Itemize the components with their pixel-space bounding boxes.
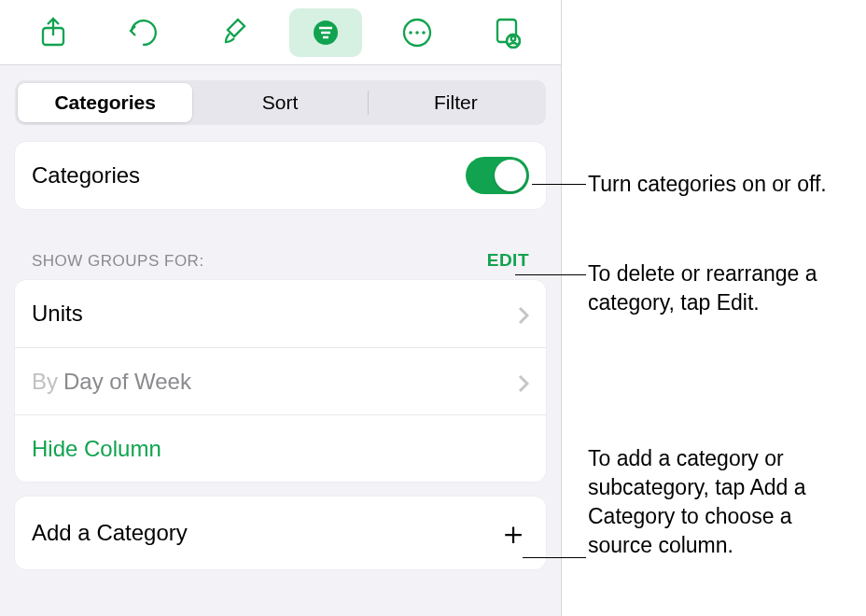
by-value: Day of Week	[63, 369, 191, 395]
add-category-label: Add a Category	[32, 520, 188, 546]
share-icon	[39, 17, 67, 49]
chevron-right-icon	[518, 372, 529, 391]
by-prefix: By	[32, 369, 58, 395]
groups-card: Units By Day of Week Hide Column	[15, 280, 546, 482]
leader-line	[515, 274, 586, 275]
collaborate-button[interactable]	[471, 8, 544, 57]
group-row-label: Units	[32, 301, 83, 327]
share-button[interactable]	[17, 8, 90, 57]
organize-icon	[310, 19, 342, 47]
undo-button[interactable]	[107, 8, 180, 57]
categories-toggle[interactable]	[466, 157, 529, 194]
hide-column-button[interactable]: Hide Column	[15, 414, 546, 482]
tab-sort[interactable]: Sort	[192, 83, 367, 122]
tab-label: Sort	[262, 91, 299, 114]
tab-label: Categories	[54, 91, 156, 114]
callout-add: To add a category or subcategory, tap Ad…	[588, 444, 857, 560]
svg-point-4	[415, 31, 419, 35]
tab-categories[interactable]: Categories	[18, 83, 192, 122]
add-category-card: Add a Category ＋	[15, 497, 546, 569]
organize-button[interactable]	[289, 8, 362, 57]
tab-label: Filter	[434, 91, 478, 114]
categories-toggle-card: Categories	[15, 142, 546, 209]
groups-header-label: SHOW GROUPS FOR:	[32, 252, 204, 271]
collaborate-icon	[493, 17, 523, 49]
callout-toggle: Turn categories on or off.	[588, 170, 857, 199]
organize-inspector: Categories Sort Filter Categories	[0, 0, 562, 616]
group-row-by-day[interactable]: By Day of Week	[15, 347, 546, 414]
svg-point-3	[409, 31, 412, 35]
inspector-body: Categories Sort Filter Categories	[0, 65, 561, 616]
toolbar	[0, 0, 561, 65]
svg-point-5	[422, 31, 426, 35]
more-icon	[401, 17, 433, 49]
leader-line	[523, 557, 586, 558]
format-button[interactable]	[199, 8, 272, 57]
add-category-button[interactable]: Add a Category ＋	[15, 497, 546, 569]
undo-icon	[128, 17, 160, 49]
leader-line	[532, 184, 586, 185]
hide-column-label: Hide Column	[32, 436, 161, 462]
categories-toggle-row: Categories	[15, 142, 546, 209]
tab-filter[interactable]: Filter	[369, 83, 543, 122]
categories-label: Categories	[32, 162, 140, 189]
plus-icon: ＋	[497, 517, 529, 549]
group-row-units[interactable]: Units	[15, 280, 546, 347]
more-button[interactable]	[381, 8, 454, 57]
paintbrush-icon	[221, 17, 249, 49]
callout-edit: To delete or rearrange a category, tap E…	[588, 259, 857, 317]
segmented-control: Categories Sort Filter	[15, 80, 546, 125]
chevron-right-icon	[518, 304, 529, 323]
edit-button[interactable]: EDIT	[487, 250, 529, 271]
groups-section-header: SHOW GROUPS FOR: EDIT	[15, 224, 546, 280]
